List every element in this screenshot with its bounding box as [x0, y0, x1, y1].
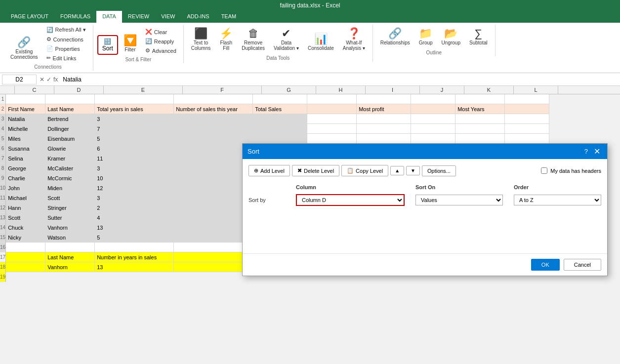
- filter-button[interactable]: 🔽 Filter: [120, 33, 140, 55]
- tab-team[interactable]: TEAM: [215, 11, 243, 23]
- cell-i2-mostprofit[interactable]: Most profit: [357, 104, 411, 114]
- cell-f16[interactable]: [174, 243, 253, 252]
- cell-f4[interactable]: [174, 124, 253, 134]
- cell-e18[interactable]: 13: [95, 262, 174, 272]
- cell-j2[interactable]: [411, 104, 455, 114]
- cell-l4[interactable]: [505, 124, 549, 134]
- cell-d11[interactable]: Scott: [45, 193, 95, 203]
- cell-d8[interactable]: McCalister: [45, 163, 95, 173]
- cell-d6[interactable]: Glowrie: [45, 144, 95, 154]
- cell-f17[interactable]: [174, 252, 253, 262]
- cell-c9-charlie[interactable]: Charlie: [6, 173, 45, 183]
- copy-level-button[interactable]: 📋 Copy Level: [341, 165, 388, 176]
- col-header-i[interactable]: I: [366, 86, 420, 94]
- subtotal-button[interactable]: ∑ Subtotal: [466, 26, 491, 48]
- cell-d14[interactable]: Vanhorn: [45, 223, 95, 233]
- cell-f1[interactable]: [174, 94, 253, 104]
- move-down-button[interactable]: ▼: [406, 166, 420, 175]
- cell-d2-lastname[interactable]: Last Name: [45, 104, 95, 114]
- cell-k5[interactable]: [455, 134, 505, 144]
- clear-button[interactable]: ❌ Clear: [142, 28, 179, 36]
- col-header-j[interactable]: J: [420, 86, 464, 94]
- cell-f5[interactable]: [174, 134, 253, 144]
- cell-e12[interactable]: 2: [95, 203, 174, 213]
- cell-d3[interactable]: Bertrend: [45, 114, 95, 124]
- sort-column-select[interactable]: Column D Column A Column B Column C Colu…: [296, 194, 405, 206]
- cell-f14[interactable]: [174, 223, 253, 233]
- ungroup-button[interactable]: 📂 Ungroup: [438, 26, 464, 48]
- cell-e6[interactable]: 6: [95, 144, 174, 154]
- col-header-h[interactable]: H: [316, 86, 366, 94]
- cell-c2-firstname[interactable]: First Name: [6, 104, 45, 114]
- cell-c17[interactable]: [6, 252, 45, 262]
- col-header-d[interactable]: D: [54, 86, 104, 94]
- cell-e4[interactable]: 7: [95, 124, 174, 134]
- cell-h2[interactable]: [307, 104, 357, 114]
- cell-d18[interactable]: Vanhorn: [45, 262, 95, 272]
- cell-f18[interactable]: [174, 262, 253, 272]
- cell-h1[interactable]: [307, 94, 357, 104]
- help-icon[interactable]: ?: [584, 148, 588, 155]
- tab-page-layout[interactable]: PAGE LAYOUT: [5, 11, 54, 23]
- cell-e13[interactable]: 4: [95, 213, 174, 223]
- cell-reference-input[interactable]: [2, 75, 37, 84]
- sort-cancel-button[interactable]: Cancel: [564, 259, 601, 271]
- formula-input[interactable]: [61, 75, 618, 84]
- move-up-button[interactable]: ▲: [390, 166, 404, 175]
- cell-k1[interactable]: [455, 94, 505, 104]
- col-header-l[interactable]: L: [514, 86, 558, 94]
- cell-e17[interactable]: Number in years in sales: [95, 252, 174, 262]
- cell-g4[interactable]: [253, 124, 307, 134]
- cell-h4[interactable]: [307, 124, 357, 134]
- cell-e7[interactable]: 11: [95, 154, 174, 163]
- col-header-g[interactable]: G: [262, 86, 316, 94]
- cancel-formula-icon[interactable]: ✕: [40, 76, 44, 83]
- confirm-formula-icon[interactable]: ✓: [46, 76, 51, 83]
- col-header-f[interactable]: F: [183, 86, 262, 94]
- cell-i3[interactable]: [357, 114, 411, 124]
- cell-c12[interactable]: Hann: [6, 203, 45, 213]
- options-button[interactable]: Options...: [422, 165, 456, 176]
- cell-e5[interactable]: 5: [95, 134, 174, 144]
- cell-f3[interactable]: [174, 114, 253, 124]
- delete-level-button[interactable]: ✖ Delete Level: [292, 165, 339, 176]
- tab-view[interactable]: VIEW: [155, 11, 181, 23]
- cell-d7[interactable]: Kramer: [45, 154, 95, 163]
- cell-c15[interactable]: Nicky: [6, 233, 45, 243]
- sort-on-select[interactable]: Values Cell Color Font Color Cell Icon: [415, 195, 503, 205]
- properties-button[interactable]: 📄 Properties: [43, 44, 89, 53]
- remove-duplicates-button[interactable]: 🗑 RemoveDuplicates: [238, 26, 268, 53]
- connections-button[interactable]: ⚙ Connections: [43, 35, 89, 43]
- cell-l1[interactable]: [505, 94, 549, 104]
- cell-d4[interactable]: Dollinger: [45, 124, 95, 134]
- cell-d1[interactable]: [45, 94, 95, 104]
- tab-data[interactable]: DATA: [96, 11, 122, 23]
- cell-d13[interactable]: Sutter: [45, 213, 95, 223]
- tab-addins[interactable]: ADD-INS: [181, 11, 215, 23]
- cell-d10[interactable]: Miden: [45, 183, 95, 193]
- cell-f7[interactable]: [174, 154, 253, 163]
- cell-h5[interactable]: [307, 134, 357, 144]
- cell-e8[interactable]: 3: [95, 163, 174, 173]
- tab-review[interactable]: REVIEW: [122, 11, 155, 23]
- refresh-all-button[interactable]: 🔄 Refresh All ▾: [43, 26, 89, 34]
- cell-c7[interactable]: Selina: [6, 154, 45, 163]
- flash-fill-button[interactable]: ⚡ FlashFill: [216, 26, 236, 53]
- text-to-columns-button[interactable]: ⬛ Text toColumns: [188, 26, 214, 53]
- cell-c14[interactable]: Chuck: [6, 223, 45, 233]
- cell-f11[interactable]: [174, 193, 253, 203]
- cell-d5[interactable]: Eisenbaum: [45, 134, 95, 144]
- cell-e3[interactable]: 3: [95, 114, 174, 124]
- cell-l2[interactable]: [505, 104, 549, 114]
- cell-e9[interactable]: 10: [95, 173, 174, 183]
- cell-e10[interactable]: 12: [95, 183, 174, 193]
- cell-h3[interactable]: [307, 114, 357, 124]
- cell-e2-totalyears[interactable]: Total years in sales: [95, 104, 174, 114]
- cell-c3[interactable]: Natalia: [6, 114, 45, 124]
- cell-i4[interactable]: [357, 124, 411, 134]
- cell-d9[interactable]: McCormic: [45, 173, 95, 183]
- cell-c16[interactable]: [6, 243, 45, 252]
- relationships-button[interactable]: 🔗 Relationships: [377, 26, 413, 48]
- cell-c18[interactable]: [6, 262, 45, 272]
- col-header-e[interactable]: E: [104, 86, 183, 94]
